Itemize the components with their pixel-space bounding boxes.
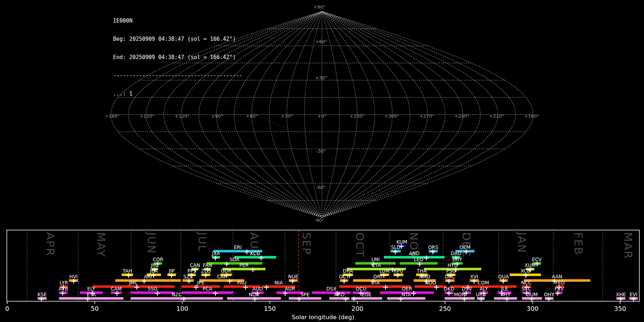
shower-label-OHY: OHY	[544, 292, 555, 297]
shower-label-KUM: KUM	[396, 239, 407, 245]
month-label: APR	[44, 232, 57, 256]
lon-grid-label: +180°	[524, 113, 539, 119]
shower-label-JRC: JRC	[150, 262, 158, 268]
shower-label-DAD: DAD	[451, 250, 462, 256]
radiant-activity-plot: +90°+60°+30°-30°-60°-90°+180°+150°+120°+…	[0, 0, 644, 322]
lon-grid-label: +0°	[317, 113, 327, 119]
shower-label-ELY: ELY	[87, 286, 96, 292]
shower-bar-SSG	[131, 292, 175, 294]
shower-label-NIA: NIA	[274, 280, 283, 286]
month-label: JUN	[145, 231, 158, 254]
shower-label-ARI: ARI	[144, 274, 152, 279]
meteor-count: ...: 1	[113, 91, 242, 97]
shower-label-RPU: RPU	[394, 268, 403, 274]
lon-grid-label: +60°	[246, 113, 258, 119]
shower-label-AND: AND	[409, 250, 420, 256]
shower-label-NZC: NZC	[172, 292, 182, 297]
shower-bar-NZC	[131, 297, 223, 300]
x-axis-tick-label: 250	[439, 305, 451, 312]
shower-label-ARD: ARD	[334, 292, 345, 297]
lat-grid-label: -60°	[316, 185, 326, 190]
lon-grid-label: +150°	[140, 113, 155, 119]
shower-label-NOO: NOO	[425, 280, 436, 286]
shower-bar-ETA	[59, 297, 123, 300]
shower-label-FAN: FAN	[203, 262, 212, 268]
shower-label-NCC: NCC	[521, 280, 532, 286]
shower-row-violet: KSEETANZCNDASPEARDEGENTAMONURSAHYGUMOHYX…	[38, 292, 638, 302]
lon-grid-label: +90°	[211, 113, 223, 119]
shower-label-DPC: DPC	[445, 274, 455, 279]
shower-label-FEV: FEV	[555, 286, 564, 292]
shower-label-DSV: DSV	[462, 286, 472, 292]
shower-label-EGE: EGE	[362, 292, 372, 297]
shower-label-SDA: SDA	[229, 257, 240, 262]
shower-bar-PCA	[182, 292, 233, 294]
shower-label-CAN: CAN	[190, 262, 200, 268]
month-label: JUL	[196, 231, 209, 252]
shower-label-NUE: NUE	[288, 274, 298, 279]
shower-label-ZCS: ZCS	[201, 268, 211, 274]
shower-bar-ARI	[115, 279, 181, 282]
shower-label-PER: PER	[239, 262, 249, 268]
shower-label-LUM: LUM	[379, 268, 389, 274]
shower-label-JEA: JEA	[150, 268, 158, 274]
shower-label-XHE: XHE	[616, 292, 626, 297]
shower-label-COM: COM	[478, 280, 489, 286]
shower-label-NTA: NTA	[401, 292, 411, 297]
month-label: OCT	[353, 232, 366, 258]
shower-label-AHY: AHY	[501, 292, 511, 297]
shower-label-EVI: EVI	[630, 292, 638, 297]
lon-grid-label: +120°	[175, 113, 190, 119]
shower-label-HYD: HYD	[448, 262, 458, 268]
shower-label-DRA: DRA	[343, 268, 353, 274]
shower-label-JLE: JLE	[501, 286, 508, 292]
month-label: MAR	[622, 232, 635, 259]
shower-label-ERI: ERI	[234, 244, 242, 250]
x-axis-tick-label: 0	[5, 305, 9, 312]
x-axis-tick-label: 50	[91, 305, 99, 312]
shower-label-QUA: QUA	[498, 274, 509, 279]
shower-bar-MON	[445, 297, 475, 300]
shower-label-ETA: ETA	[87, 292, 96, 297]
shower-label-URS: URS	[476, 292, 486, 297]
shower-label-HVI: HVI	[69, 274, 78, 279]
radiant-map-screen: +90°+60°+30°-30°-60°-90°+180°+150°+120°+…	[0, 0, 644, 322]
shower-label-COR: COR	[153, 257, 163, 262]
begin-time: Beg: 20250909 04:38:47 (sol = 166.42°)	[113, 36, 242, 42]
shower-label-ORS: ORS	[428, 244, 438, 250]
shower-label-OCT: OCT	[339, 274, 349, 279]
shower-label-OER: OER	[402, 286, 412, 292]
station-id: IE000N	[113, 18, 242, 24]
shower-label-JIP: JIP	[169, 268, 175, 274]
shower-bar-JMC	[92, 286, 175, 288]
shower-label-JXA: JXA	[211, 250, 220, 256]
shower-label-XUM: XUM	[525, 262, 536, 268]
shower-label-OCU: OCU	[356, 286, 366, 292]
shower-label-FED: FED	[555, 280, 565, 286]
divider-line: ----------------------------------------	[113, 73, 242, 79]
month-label: JAN	[516, 231, 528, 253]
shower-label-LYR: LYR	[60, 280, 68, 286]
shower-label-ALY: ALY	[480, 286, 488, 292]
month-label: FEB	[572, 232, 585, 255]
lat-grid-label: +90°	[313, 4, 326, 10]
lon-grid-label: +300°	[384, 113, 399, 119]
shower-label-SCC: SCC	[521, 286, 531, 292]
shower-label-GEM: GEM	[459, 244, 470, 250]
x-axis-tick-label: 350	[614, 305, 626, 312]
shower-label-GDR: GDR	[221, 268, 231, 274]
shower-bar-DSX	[312, 292, 351, 294]
shower-label-TAH: TAH	[122, 268, 132, 274]
shower-label-ECV: ECV	[532, 257, 542, 262]
shower-label-LEO: LEO	[414, 257, 424, 262]
shower-label-PAU: PAU	[237, 280, 247, 286]
shower-label-SSG: SSG	[148, 286, 158, 292]
shower-label-NDA: NDA	[249, 292, 259, 297]
x-axis-tick-label: 100	[176, 305, 188, 312]
x-axis-tick-label: 300	[527, 305, 538, 312]
shower-label-ORI: ORI	[373, 274, 382, 279]
shower-label-LMI: LMI	[371, 257, 380, 262]
shower-label-AUD: AUD	[252, 286, 263, 292]
lat-grid-label: -30°	[316, 148, 326, 154]
lon-grid-label: +30°	[281, 113, 293, 119]
